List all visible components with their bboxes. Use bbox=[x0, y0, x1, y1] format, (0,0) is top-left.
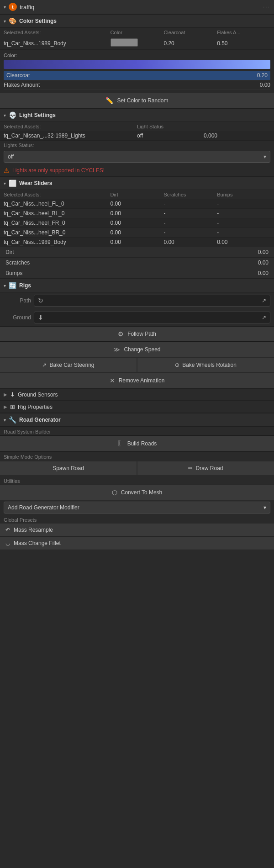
remove-animation-button[interactable]: ✕ Remove Animation bbox=[0, 373, 274, 388]
flakes-label: Flakes Amount bbox=[4, 82, 260, 88]
rigs-header[interactable]: ▾ 🔄 Rigs bbox=[0, 279, 274, 292]
change-speed-icon: ≫ bbox=[113, 346, 120, 353]
follow-path-button[interactable]: ⚙ Follow Path bbox=[0, 326, 274, 342]
spawn-road-button[interactable]: Spawn Road bbox=[0, 461, 137, 475]
clearcoat-row[interactable]: Clearcoat 0.20 bbox=[4, 71, 270, 80]
color-swatch[interactable] bbox=[111, 38, 164, 48]
convert-to-mesh-button[interactable]: ⬡ Convert To Mesh bbox=[0, 485, 274, 500]
wear-asset-3: tq_Car_Niss...heel_BR_0 bbox=[4, 229, 111, 236]
wear-chevron: ▾ bbox=[4, 181, 6, 186]
dirt-property[interactable]: Dirt 0.00 bbox=[0, 247, 274, 258]
wear-table-row: tq_Car_Niss...1989_Body 0.00 0.00 0.00 bbox=[0, 238, 274, 247]
ground-input-icon: ⬇ bbox=[38, 314, 43, 321]
draw-road-button[interactable]: ✏ Draw Road bbox=[137, 461, 274, 475]
lights-table-row: tq_Car_Nissan_...32-1989_Lights off 0.00… bbox=[0, 131, 274, 141]
color-settings-title: Color Settings bbox=[19, 18, 57, 24]
light-icon: 💀 bbox=[9, 111, 16, 119]
ground-row: Ground ⬇ ↗ bbox=[0, 309, 274, 326]
bake-wheels-button[interactable]: ⊙ Bake Wheels Rotation bbox=[137, 358, 274, 372]
wear-scratches-4: 0.00 bbox=[163, 239, 217, 245]
wear-col-dirt: Dirt bbox=[111, 192, 164, 197]
build-roads-icon: 〖 bbox=[117, 439, 124, 448]
lights-table-header: Selected Assets: Light Status bbox=[0, 122, 274, 131]
road-generator-header[interactable]: ▾ 🔧 Road Generator bbox=[0, 413, 274, 427]
wear-sliders-title: Wear Sliders bbox=[19, 180, 52, 186]
col-flakesa: Flakes A... bbox=[217, 30, 270, 35]
warning-text: Lights are only supported in CYCLES! bbox=[12, 167, 105, 174]
wear-asset-0: tq_Car_Niss...heel_FL_0 bbox=[4, 201, 111, 207]
color-settings-header[interactable]: ▾ 🎨 Color Settings bbox=[0, 14, 274, 28]
mass-resample-button[interactable]: ↶ Mass Resample bbox=[0, 524, 274, 537]
lights-value: 0.000 bbox=[204, 132, 270, 139]
clearcoat-label: Clearcoat bbox=[6, 72, 257, 79]
path-label: Path bbox=[4, 297, 31, 304]
app-header: ▾ t traffiq ··· bbox=[0, 0, 274, 14]
wear-sliders-header[interactable]: ▾ ⬜ Wear Sliders bbox=[0, 176, 274, 190]
convert-icon: ⬡ bbox=[112, 489, 117, 496]
ground-input[interactable]: ⬇ ↗ bbox=[34, 312, 270, 323]
lights-col-status: Light Status bbox=[137, 124, 204, 129]
wear-bumps-0: - bbox=[217, 201, 270, 207]
rigs-chevron: ▾ bbox=[4, 283, 6, 288]
remove-anim-icon: ✕ bbox=[110, 377, 115, 384]
wear-table-header: Selected Assets: Dirt Scratches Bumps bbox=[0, 190, 274, 199]
lights-status-dropdown[interactable]: off ▾ bbox=[4, 151, 270, 163]
col-asset: Selected Assets: bbox=[4, 30, 111, 35]
simple-mode-label: Simple Mode Options bbox=[0, 452, 274, 460]
add-modifier-dropdown[interactable]: Add Road Generator Modifier ▾ bbox=[4, 502, 270, 513]
path-row: Path ↻ ↗ bbox=[0, 292, 274, 309]
paint-icon: ✏️ bbox=[105, 97, 113, 104]
light-settings-header[interactable]: ▾ 💀 Light Settings bbox=[0, 108, 274, 122]
wear-dirt-0: 0.00 bbox=[111, 201, 164, 207]
wear-asset-4: tq_Car_Niss...1989_Body bbox=[4, 239, 111, 245]
flakesa-value: 0.50 bbox=[217, 40, 270, 47]
header-dots: ··· bbox=[263, 4, 270, 10]
scratches-label: Scratches bbox=[5, 259, 30, 266]
mass-change-fillet-button[interactable]: ◡ Mass Change Fillet bbox=[0, 537, 274, 550]
rig-properties-title: Rig Properties bbox=[18, 404, 53, 410]
convert-to-mesh-label: Convert To Mesh bbox=[121, 489, 163, 496]
build-roads-button[interactable]: 〖 Build Roads bbox=[0, 435, 274, 452]
rigs-icon: 🔄 bbox=[9, 282, 16, 289]
wear-bumps-3: - bbox=[217, 229, 270, 236]
ground-label: Ground bbox=[4, 314, 31, 321]
bumps-value: 0.00 bbox=[258, 270, 269, 276]
bake-steering-icon: ↗ bbox=[42, 362, 47, 368]
light-chevron: ▾ bbox=[4, 113, 6, 118]
ground-sensors-icon: ⬇ bbox=[10, 391, 15, 398]
ground-sensors-title: Ground Sensors bbox=[18, 392, 58, 398]
lights-col-empty bbox=[204, 124, 270, 129]
ground-sensors-header[interactable]: ▶ ⬇ Ground Sensors bbox=[0, 388, 274, 401]
mass-fillet-icon: ◡ bbox=[5, 540, 10, 546]
rig-properties-header[interactable]: ▶ ⊞ Rig Properties bbox=[0, 401, 274, 413]
scratches-property[interactable]: Scratches 0.00 bbox=[0, 258, 274, 268]
change-speed-button[interactable]: ≫ Change Speed bbox=[0, 342, 274, 357]
bake-steering-button[interactable]: ↗ Bake Car Steering bbox=[0, 358, 137, 372]
wear-table-row: tq_Car_Niss...heel_BL_0 0.00 - - bbox=[0, 209, 274, 218]
path-input-icon: ↻ bbox=[38, 297, 43, 304]
bumps-property[interactable]: Bumps 0.00 bbox=[0, 268, 274, 279]
mass-change-fillet-label: Mass Change Fillet bbox=[14, 540, 61, 546]
color-gradient-bar[interactable] bbox=[4, 60, 270, 69]
dropdown-arrow-icon: ▾ bbox=[263, 153, 266, 160]
wear-bumps-1: - bbox=[217, 210, 270, 217]
path-input[interactable]: ↻ ↗ bbox=[34, 295, 270, 307]
wear-bumps-2: - bbox=[217, 220, 270, 226]
flakes-row[interactable]: Flakes Amount 0.00 bbox=[4, 80, 270, 90]
dirt-value: 0.00 bbox=[258, 249, 269, 255]
bake-buttons: ↗ Bake Car Steering ⊙ Bake Wheels Rotati… bbox=[0, 357, 274, 373]
lights-asset-name: tq_Car_Nissan_...32-1989_Lights bbox=[4, 132, 137, 139]
wear-col-scratches: Scratches bbox=[163, 192, 217, 197]
add-modifier-label: Add Road Generator Modifier bbox=[8, 504, 79, 511]
wear-table-row: tq_Car_Niss...heel_FL_0 0.00 - - bbox=[0, 199, 274, 209]
wear-asset-2: tq_Car_Niss...heel_FR_0 bbox=[4, 220, 111, 226]
wear-scratches-1: - bbox=[163, 210, 217, 217]
set-color-random-button[interactable]: ✏️ Set Color to Random bbox=[0, 93, 274, 108]
color-settings-icon: 🎨 bbox=[9, 17, 16, 25]
spawn-road-label: Spawn Road bbox=[53, 465, 84, 471]
wear-bumps-4: 0.00 bbox=[217, 239, 270, 245]
col-clearcoat: Clearcoat bbox=[163, 30, 217, 35]
wear-dirt-4: 0.00 bbox=[111, 239, 164, 245]
bumps-label: Bumps bbox=[5, 270, 22, 276]
lights-dropdown-value: off bbox=[8, 153, 14, 160]
